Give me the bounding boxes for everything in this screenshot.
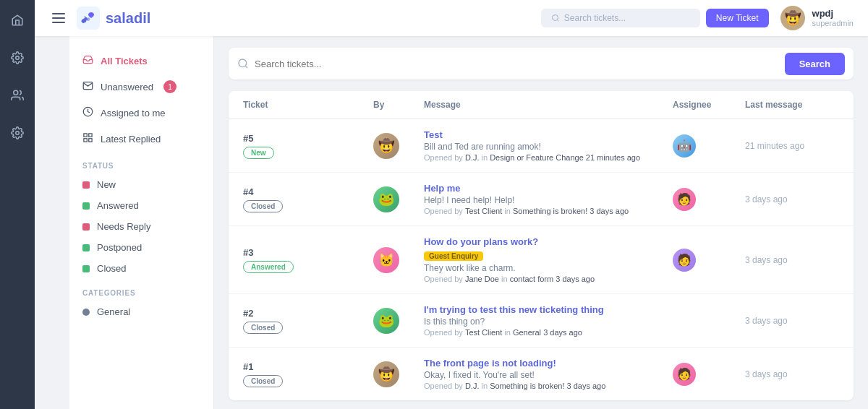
search-button[interactable]: Search	[785, 53, 845, 75]
status-dot-answered	[82, 202, 90, 210]
clock-icon	[82, 106, 93, 119]
status-dot-closed	[82, 265, 90, 272]
unanswered-badge: 1	[163, 80, 176, 93]
status-dot-new	[82, 181, 90, 189]
sidebar-item-label: All Tickets	[101, 56, 148, 66]
status-section-title: STATUS	[69, 152, 213, 174]
assignee-avatar: 🧑	[673, 249, 696, 272]
ticket-avatar: 🐱	[373, 247, 399, 273]
status-item-answered[interactable]: Answered	[69, 195, 213, 216]
home-icon[interactable]	[6, 9, 29, 32]
categories-section-title: CATEGORIES	[69, 279, 213, 301]
last-message: 3 days ago	[745, 316, 839, 326]
table-row[interactable]: #1 Closed 🤠 The front page is not loadin…	[229, 348, 854, 400]
svg-rect-8	[89, 134, 92, 137]
search-icon	[237, 58, 249, 69]
header-search-bar: Search tickets...	[541, 9, 700, 27]
table-row[interactable]: #2 Closed 🐸 I'm trying to test this new …	[229, 294, 854, 348]
assignee-avatar: 🤖	[673, 134, 696, 158]
avatar: 🤠	[780, 6, 805, 30]
last-message: 21 minutes ago	[745, 141, 839, 151]
main-layout: All Tickets Unanswered 1 Assigned to me …	[69, 36, 868, 409]
user-role: superadmin	[812, 19, 854, 28]
category-item-general[interactable]: General	[69, 301, 213, 322]
col-assignee: Assignee	[673, 100, 745, 110]
table-icon	[82, 132, 93, 145]
icon-rail	[0, 0, 35, 409]
status-item-new[interactable]: New	[69, 174, 213, 195]
mail-icon	[82, 80, 93, 93]
svg-rect-9	[89, 139, 92, 142]
logo[interactable]: saladil	[77, 7, 150, 30]
svg-point-2	[16, 132, 20, 135]
sidebar-item-label: Latest Replied	[101, 134, 161, 145]
table-row[interactable]: #4 Closed 🐸 Help me Help! I need help! H…	[229, 173, 854, 226]
new-ticket-button[interactable]: New Ticket	[706, 9, 769, 27]
sidebar: All Tickets Unanswered 1 Assigned to me …	[69, 36, 214, 409]
col-by: By	[373, 100, 424, 110]
ticket-id-cell: #5 New	[243, 133, 373, 159]
inbox-icon	[82, 54, 93, 67]
ticket-message-cell: I'm trying to test this new ticketing th…	[424, 304, 673, 337]
ticket-message-cell: The front page is not loading! Okay, I f…	[424, 358, 673, 390]
ticket-id-cell: #2 Closed	[243, 308, 373, 334]
ticket-message-cell: Help me Help! I need help! Help! Opened …	[424, 183, 673, 215]
gear-icon[interactable]	[6, 121, 29, 145]
ticket-id-cell: #3 Answered	[243, 247, 373, 273]
user-menu[interactable]: 🤠 wpdj superadmin	[780, 6, 854, 30]
sidebar-item-latest-replied[interactable]: Latest Replied	[69, 126, 213, 152]
assignee-avatar: 🧑	[673, 188, 696, 211]
sidebar-item-all-tickets[interactable]: All Tickets	[69, 48, 213, 74]
sidebar-item-unanswered[interactable]: Unanswered 1	[69, 74, 213, 100]
svg-point-4	[87, 17, 90, 21]
svg-point-0	[16, 56, 20, 60]
tickets-table: Ticket By Message Assignee Last message …	[229, 91, 854, 400]
svg-point-11	[239, 59, 247, 67]
search-bar: Search	[229, 48, 854, 79]
ticket-message-cell: Test Bill and Ted are running amok! Open…	[424, 129, 673, 162]
assignee-avatar: 🧑	[673, 363, 696, 386]
col-ticket: Ticket	[243, 100, 373, 110]
search-input[interactable]	[255, 59, 785, 69]
content-area: Search Ticket By Message Assignee Last m…	[214, 36, 868, 409]
ticket-avatar: 🤠	[373, 361, 399, 387]
guest-badge: Guest Enquiry	[424, 251, 483, 261]
col-last-message: Last message	[745, 100, 839, 110]
status-dot-needs-reply	[82, 223, 90, 231]
last-message: 3 days ago	[745, 194, 839, 204]
username: wpdj	[812, 8, 854, 20]
status-dot-postponed	[82, 244, 90, 251]
table-row[interactable]: #3 Answered 🐱 How do your plans work? Gu…	[229, 226, 854, 294]
ticket-avatar: 🐸	[373, 186, 399, 212]
users-icon[interactable]	[6, 84, 29, 107]
col-message: Message	[424, 100, 673, 110]
sidebar-item-label: Unanswered	[101, 82, 153, 92]
ticket-id-cell: #4 Closed	[243, 186, 373, 212]
sidebar-item-assigned-to-me[interactable]: Assigned to me	[69, 100, 213, 126]
svg-point-5	[552, 15, 558, 21]
sidebar-item-label: Assigned to me	[101, 108, 166, 119]
last-message: 3 days ago	[745, 255, 839, 265]
svg-point-1	[14, 90, 18, 95]
svg-rect-7	[84, 134, 87, 137]
ticket-avatar: 🤠	[373, 133, 399, 159]
category-dot	[82, 309, 90, 316]
status-item-postponed[interactable]: Postponed	[69, 237, 213, 258]
table-header: Ticket By Message Assignee Last message	[229, 91, 854, 119]
last-message: 3 days ago	[745, 369, 839, 379]
ticket-message-cell: How do your plans work? Guest Enquiry Th…	[424, 236, 673, 283]
table-row[interactable]: #5 New 🤠 Test Bill and Ted are running a…	[229, 119, 854, 173]
status-item-closed[interactable]: Closed	[69, 258, 213, 279]
ticket-avatar: 🐸	[373, 308, 399, 334]
settings-icon[interactable]	[6, 46, 29, 69]
status-item-needs-reply[interactable]: Needs Reply	[69, 216, 213, 237]
svg-rect-10	[84, 139, 87, 142]
menu-button[interactable]	[49, 10, 68, 26]
header: saladil Search tickets... New Ticket 🤠 w…	[35, 0, 868, 36]
ticket-id-cell: #1 Closed	[243, 361, 373, 387]
